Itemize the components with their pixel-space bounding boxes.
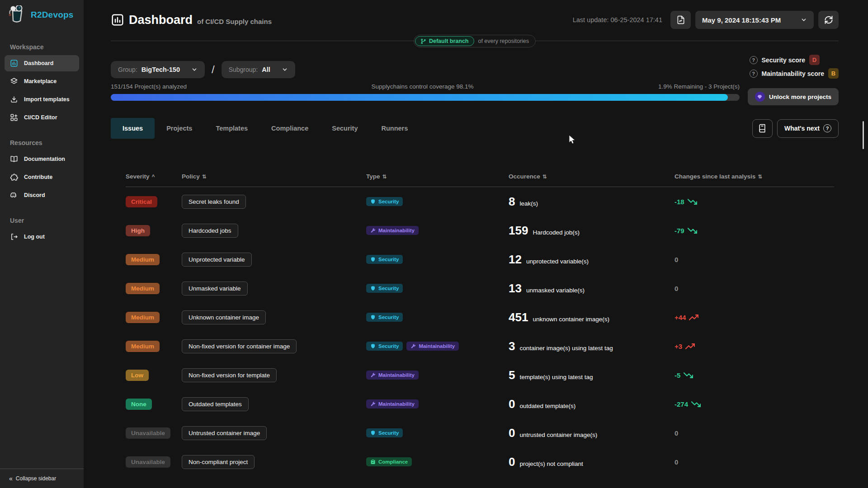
- column-header-occurence[interactable]: Occurence ⇅: [509, 173, 675, 180]
- branch-suffix: of every repositories: [474, 38, 534, 44]
- sidebar-item-label: Contribute: [24, 174, 52, 180]
- occurrence-label: project(s) not compliant: [519, 460, 583, 467]
- filters: Group: BigTech-150 / Subgroup: All: [111, 61, 295, 78]
- change-value: -274: [675, 400, 688, 408]
- tabs-actions: What's next ?: [752, 119, 839, 138]
- change-cell: -79: [675, 226, 834, 235]
- occurrence-cell: 13 unmasked variable(s): [509, 282, 675, 296]
- occurrence-cell: 8 leak(s): [509, 195, 675, 209]
- occurrence-cell: 12 unprotected variable(s): [509, 253, 675, 267]
- policy-button[interactable]: Non-fixed version for template: [182, 368, 277, 382]
- occurrence-cell: 3 container image(s) using latest tag: [509, 339, 675, 353]
- chevron-down-icon: [282, 66, 288, 73]
- issues-table-header: Severity ^ Policy ⇅ Type ⇅ Occurence ⇅ C…: [126, 173, 834, 187]
- occurrence-cell: 0 untrusted container image(s): [509, 426, 675, 440]
- column-header-type[interactable]: Type ⇅: [366, 173, 509, 180]
- filters-scores-row: Group: BigTech-150 / Subgroup: All ? Sec…: [111, 55, 839, 79]
- bar-chart-icon: [111, 13, 124, 27]
- type-badge-security: Security: [366, 313, 403, 322]
- tab-issues[interactable]: Issues: [111, 118, 155, 139]
- change-value: -18: [675, 198, 684, 206]
- sidebar-item-marketplace[interactable]: Marketplace: [5, 73, 79, 89]
- column-header-label: Policy: [182, 173, 200, 180]
- occurrence-label: leak(s): [519, 200, 538, 207]
- refresh-button[interactable]: [818, 11, 839, 29]
- chevron-down-icon: [191, 66, 198, 73]
- tab-templates[interactable]: Templates: [204, 118, 259, 139]
- sidebar-item-contribute[interactable]: Contribute: [5, 169, 79, 185]
- sidebar-section-items: Log out: [5, 229, 79, 245]
- occurrence-label: unprotected variable(s): [526, 258, 589, 265]
- sidebar-section: User Log out: [5, 217, 79, 245]
- sidebar-section-items: Documentation Contribute Discord: [5, 151, 79, 203]
- tab-projects[interactable]: Projects: [155, 118, 204, 139]
- subgroup-dropdown[interactable]: Subgroup: All: [222, 61, 295, 78]
- sidebar-item-discord[interactable]: Discord: [5, 187, 79, 203]
- severity-badge: Low: [126, 370, 149, 381]
- occurrence-label: template(s) using latest tag: [519, 374, 593, 380]
- sort-icon: ⇅: [758, 174, 762, 180]
- help-icon[interactable]: ?: [750, 70, 758, 78]
- last-update-text: Last update: 06-25-2024 17:41: [573, 16, 662, 23]
- change-cell: -5: [675, 371, 834, 380]
- type-cell: Security: [366, 197, 509, 206]
- column-header-severity[interactable]: Severity ^: [126, 173, 182, 180]
- tab-compliance[interactable]: Compliance: [259, 118, 320, 139]
- change-cell: -274: [675, 399, 834, 409]
- logout-icon: [10, 233, 18, 241]
- sort-icon: ^: [152, 174, 155, 180]
- collapse-sidebar-button[interactable]: « Collapse sidebar: [0, 469, 84, 488]
- policy-button[interactable]: Outdated templates: [182, 397, 249, 411]
- sidebar-item-documentation[interactable]: Documentation: [5, 151, 79, 167]
- sidebar-item-label: Import templates: [24, 96, 70, 103]
- tab-runners[interactable]: Runners: [369, 118, 420, 139]
- occurrence-cell: 451 unknown container image(s): [509, 310, 675, 324]
- sidebar-item-dashboard[interactable]: Dashboard: [5, 55, 79, 71]
- policy-button[interactable]: Unmasked variable: [182, 282, 248, 296]
- policy-button[interactable]: Untrusted container image: [182, 426, 267, 440]
- help-icon[interactable]: ?: [750, 56, 758, 64]
- page-header: Dashboard of CI/CD Supply chains Last up…: [111, 0, 839, 41]
- policy-button[interactable]: Non-fixed version for container image: [182, 339, 297, 353]
- column-header-changes-since-last-analysis[interactable]: Changes since last analysis ⇅: [675, 173, 834, 180]
- type-badge-security: Security: [366, 428, 403, 437]
- unlock-more-projects-button[interactable]: Unlock more projects: [748, 88, 839, 105]
- occurrence-cell: 5 template(s) using latest tag: [509, 368, 675, 382]
- occurrence-cell: 0 project(s) not compliant: [509, 455, 675, 469]
- table-row: Medium Unmasked variable Security 13 unm…: [126, 274, 834, 303]
- sidebar-item-import-templates[interactable]: Import templates: [5, 91, 79, 108]
- main-content: Dashboard of CI/CD Supply chains Last up…: [84, 0, 868, 488]
- page-subtitle: of CI/CD Supply chains: [197, 18, 272, 25]
- trend-down-icon: [691, 399, 701, 409]
- maintainability-grade-badge: B: [828, 68, 839, 79]
- policy-button[interactable]: Hardcoded jobs: [182, 224, 238, 238]
- projects-analyzed-label: 151/154 Project(s) analyzed: [111, 83, 187, 90]
- sidebar-item-ci-cd-editor[interactable]: CI/CD Editor: [5, 109, 79, 126]
- default-branch-badge[interactable]: Default branch: [415, 36, 474, 46]
- shield-icon: [370, 314, 376, 320]
- scrollbar-thumb[interactable]: [863, 121, 864, 149]
- severity-badge: High: [126, 225, 150, 236]
- policy-button[interactable]: Unprotected variable: [182, 253, 252, 267]
- occurrence-count: 3: [509, 339, 515, 353]
- app-logo[interactable]: R2Devops: [0, 0, 84, 27]
- analysis-date-select[interactable]: May 9, 2024 18:15:43 PM: [695, 11, 814, 29]
- occurrence-count: 0: [509, 397, 515, 411]
- sidebar-item-label: Log out: [24, 234, 45, 240]
- scores: ? Security score D ? Maintainability sco…: [750, 55, 839, 79]
- whats-next-button[interactable]: What's next ?: [777, 119, 839, 138]
- group-dropdown[interactable]: Group: BigTech-150: [111, 61, 205, 78]
- column-header-label: Changes since last analysis: [675, 173, 755, 180]
- tab-security[interactable]: Security: [320, 118, 369, 139]
- policy-button[interactable]: Unknown container image: [182, 310, 266, 324]
- column-header-policy[interactable]: Policy ⇅: [182, 173, 366, 180]
- report-file-button[interactable]: [670, 11, 691, 29]
- change-cell: 0: [675, 256, 834, 263]
- policy-button[interactable]: Secret leaks found: [182, 195, 246, 209]
- policy-button[interactable]: Non-compliant project: [182, 455, 255, 469]
- collapse-icon: «: [9, 475, 12, 482]
- contribute-icon: [10, 173, 18, 181]
- sidebar-item-log-out[interactable]: Log out: [5, 229, 79, 245]
- occurrence-label: outdated template(s): [519, 403, 576, 409]
- documentation-shortcut-button[interactable]: [752, 119, 773, 138]
